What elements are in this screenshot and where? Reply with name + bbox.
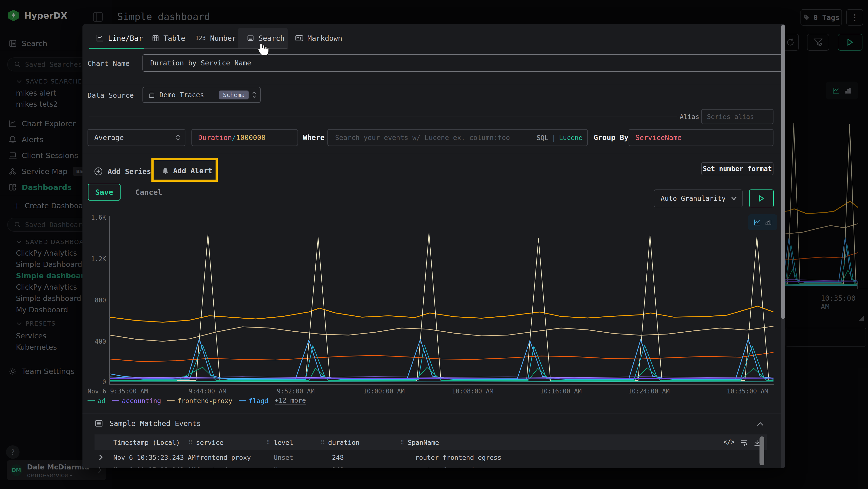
sidebar-collapse-button[interactable] — [93, 12, 103, 22]
code-view-icon[interactable]: </> — [723, 438, 735, 445]
legend-item: frontend-proxy — [167, 397, 232, 405]
sidebar-item-label: Search — [22, 39, 48, 48]
column-drag-handle[interactable]: ⠿ — [321, 439, 324, 445]
saved-searches-placeholder: Saved Searches — [25, 61, 82, 68]
where-search-input[interactable]: Search your events w/ Lucene ex. column:… — [328, 129, 588, 146]
saved-search-item[interactable]: mikes alert — [16, 89, 56, 97]
search-icon — [14, 61, 21, 68]
background-tile-x-label: 10:35:00 AM — [821, 294, 868, 311]
chart-name-input[interactable]: Duration by Service Name — [143, 54, 784, 72]
plus-icon: + — [13, 201, 21, 210]
x-axis-tick: 10:16:00 AM — [540, 387, 582, 395]
set-number-format-button[interactable]: Set number format — [701, 162, 774, 175]
bar-chart-icon[interactable] — [844, 87, 851, 94]
tag-icon — [803, 14, 810, 21]
save-button[interactable]: Save — [88, 184, 121, 201]
create-dashboard-button[interactable]: + Create Dashboard — [13, 201, 90, 210]
cancel-button[interactable]: Cancel — [135, 188, 162, 197]
row-expand-icon[interactable] — [99, 454, 103, 461]
field-expression-input[interactable]: Duration/1000000 — [191, 129, 298, 146]
modal-scrollbar-thumb[interactable] — [781, 25, 785, 319]
tab-markdown[interactable]: Markdown — [296, 28, 342, 48]
collapse-chevron-icon[interactable] — [756, 422, 764, 426]
x-axis-tick: 10:35:00 AM — [727, 387, 768, 395]
table-scrollbar[interactable] — [760, 436, 764, 465]
sample-events-title: Sample Matched Events — [110, 419, 201, 428]
group-by-label: Group By — [594, 133, 628, 142]
schema-badge: Schema — [219, 90, 249, 99]
empty-dashboard-tile[interactable] — [785, 328, 866, 347]
document-search-icon — [9, 39, 17, 48]
saved-dashboard-item[interactable]: ClickPy Analytics — [16, 249, 77, 257]
filter-button[interactable] — [807, 34, 829, 51]
help-button[interactable]: ? — [6, 445, 20, 459]
expression-denominator: 1000000 — [236, 134, 266, 142]
x-axis-tick: 9:52:00 AM — [277, 387, 315, 395]
saved-dashboard-item[interactable]: ClickPy Analytics — [16, 283, 77, 291]
granularity-select[interactable]: Auto Granularity — [654, 190, 743, 207]
granularity-value: Auto Granularity — [661, 195, 726, 202]
chart-name-value: Duration by Service Name — [150, 59, 251, 67]
sql-toggle[interactable]: SQL — [536, 134, 548, 141]
saved-dashboard-item-active[interactable]: Simple dashboard — [16, 271, 89, 280]
duration-by-service-chart[interactable] — [110, 216, 774, 384]
sample-events-header[interactable]: Sample Matched Events — [94, 419, 201, 428]
chevron-down-icon — [731, 197, 737, 200]
col-duration: duration — [328, 439, 360, 446]
series-series-orange — [110, 306, 774, 322]
alias-label: Alias — [680, 113, 699, 120]
row-expand-icon[interactable] — [99, 467, 103, 468]
y-axis-tick: 0 — [84, 378, 106, 386]
group-by-input[interactable]: ServiceName — [628, 129, 774, 146]
column-drag-handle[interactable]: ⠿ — [400, 439, 404, 445]
alias-input[interactable]: Series alias — [701, 109, 774, 124]
run-query-button[interactable] — [838, 34, 863, 51]
lucene-toggle[interactable]: Lucene — [559, 134, 583, 141]
col-timestamp: Timestamp (Local) — [113, 439, 180, 446]
saved-searches-header[interactable]: SAVED SEARCHES — [17, 78, 87, 85]
saved-dashboard-item[interactable]: Simple dashboard — [16, 294, 81, 303]
chevron-down-icon — [17, 322, 22, 325]
legend-swatch — [239, 400, 246, 401]
column-drag-handle[interactable]: ⠿ — [189, 439, 192, 445]
line-chart-icon[interactable] — [832, 87, 840, 94]
series-ad — [110, 381, 774, 381]
tags-button[interactable]: 0 Tags — [801, 9, 842, 26]
tile-chart-type-toggle[interactable] — [826, 82, 858, 99]
add-alert-button[interactable]: Add Alert — [162, 167, 212, 175]
tab-line-bar[interactable]: Line/Bar — [96, 28, 143, 48]
more-menu-button[interactable]: ⋮ — [846, 9, 863, 26]
data-source-select[interactable]: Demo Traces Schema — [143, 87, 261, 103]
run-chart-button[interactable] — [749, 190, 774, 207]
x-axis-tick: 10:08:00 AM — [452, 387, 493, 395]
tab-table[interactable]: Table — [152, 28, 185, 48]
saved-search-item[interactable]: mikes tets2 — [16, 100, 58, 108]
series-series-cyan — [110, 345, 774, 379]
filter-edit-icon — [813, 37, 823, 47]
where-label: Where — [303, 133, 324, 142]
modal-scrollbar-track[interactable] — [781, 24, 785, 468]
add-series-button[interactable]: Add Series — [94, 167, 151, 176]
col-level: level — [274, 439, 293, 446]
brand[interactable]: HyperDX — [8, 10, 67, 21]
event-row[interactable]: Nov 6 10:35:23.243 AM frontend-proxy Uns… — [94, 450, 755, 464]
preset-item[interactable]: Kubernetes — [16, 343, 57, 351]
legend-more-link[interactable]: +12 more — [275, 397, 306, 405]
event-row-clipped[interactable]: Nov 6 10:35:23.243 AM frontend-proxy Uns… — [94, 464, 755, 468]
column-drag-handle[interactable]: ⠿ — [266, 439, 270, 445]
tab-number[interactable]: 123 Number — [195, 28, 236, 48]
wrap-text-icon[interactable] — [740, 439, 748, 447]
tile-resize-handle[interactable] — [858, 316, 864, 321]
aggregation-value: Average — [94, 134, 124, 142]
preset-item[interactable]: Services — [16, 332, 46, 340]
legend-swatch — [167, 400, 175, 401]
saved-dashboard-item[interactable]: My Dashboard — [16, 306, 68, 314]
select-chevrons-icon — [176, 134, 180, 141]
avatar: DM — [10, 464, 22, 476]
dashboard-grid-icon — [9, 183, 17, 191]
y-axis-tick: 1.6K — [84, 214, 106, 221]
aggregation-select[interactable]: Average — [88, 129, 185, 146]
saved-dashboard-item[interactable]: Simple Dashboard — [16, 260, 82, 269]
series-accounting — [110, 377, 774, 378]
presets-header[interactable]: PRESETS — [17, 320, 56, 327]
